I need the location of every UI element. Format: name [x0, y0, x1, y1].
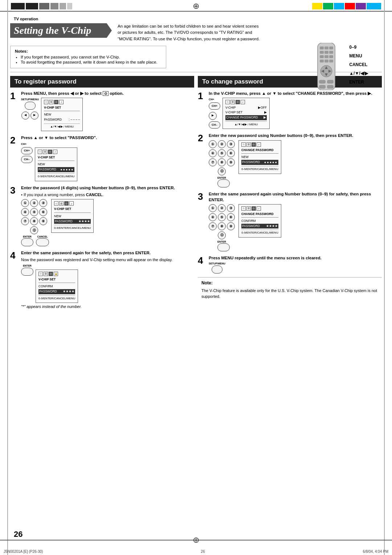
footer-right: 6/8/04, 4:04 PM — [363, 550, 388, 554]
footer-center: 26 — [201, 550, 205, 554]
number-buttons-step3: ① ② ③ ④ ⑤ ⑥ ⑦ ⑧ ⑨ ⓪ — [21, 199, 47, 234]
remote-label-menu: MENU — [349, 52, 368, 60]
register-step-3-illus: ① ② ③ ④ ⑤ ⑥ ⑦ ⑧ ⑨ ⓪ — [21, 199, 194, 246]
change-step-1: 1 In the V-CHIP menu, press ▲ or ▼ to se… — [198, 90, 382, 129]
register-step-1-illus: SETUP/MENU ◀ ▶ ☆ ☰ — [21, 98, 194, 131]
register-step-4-text: Enter the same password again for the sa… — [21, 250, 194, 256]
left-arrow-btn: ◀ — [21, 112, 29, 119]
register-step-3-number: 3 — [10, 186, 18, 195]
left-border — [7, 0, 8, 555]
register-step-1: 1 Press MENU, then press ◀ or ▶ to selec… — [10, 90, 194, 131]
remote-label-cancel: CANCEL — [349, 60, 368, 69]
change-step-2-number: 2 — [198, 133, 206, 143]
ch-buttons-step2: CH+ CH+ CH– — [21, 142, 33, 163]
title-section: Setting the V-Chip An age limitation can… — [10, 23, 382, 42]
number-buttons-step2c: ① ② ③ ④ ⑤ ⑥ ⑦ ⑧ ⑨ ⓪ — [209, 140, 235, 175]
notes-item-1: If you forget the password, you cannot s… — [21, 55, 162, 59]
enter-btn-change-step2 — [217, 179, 230, 187]
notes-title: Notes: — [15, 49, 162, 53]
enter-btn-change-step3 — [217, 243, 230, 251]
change-step-4: 4 Press MENU repeatedly until the menu s… — [198, 255, 382, 274]
screen-nav: ▲/▼/◀/▶ / MENU — [44, 123, 80, 129]
setup-menu-btn — [25, 102, 36, 110]
section-header-label: TV operation — [14, 17, 382, 21]
register-step-3-screen: ☆ ☰ ⊙ ♪ V-CHIP SET NEW PASSWORD★★★★ 0-9/… — [51, 199, 94, 233]
number-buttons-step3c: ① ② ③ ④ ⑤ ⑥ ⑦ ⑧ ⑨ ⓪ — [209, 204, 235, 239]
svg-rect-9 — [329, 55, 333, 58]
svg-rect-1 — [320, 46, 324, 49]
register-step-2-screen: ☆ ☰ ⊙ ♪ V-CHIP SET NEW PASSWORD●●●●● 0-9… — [35, 147, 77, 181]
svg-rect-12 — [329, 60, 333, 62]
register-step-2-number: 2 — [10, 135, 18, 145]
title-description: An age limitation can be set to forbid c… — [118, 23, 263, 42]
register-step-2-text: Press ▲ or ▼ to select "PASSWORD". — [21, 135, 194, 141]
asterisk-note: "*" appears instead of the number. — [21, 304, 194, 309]
register-step-4: 4 Enter the same password again for the … — [10, 250, 194, 309]
change-step-4-text: Press MENU repeatedly until the menu scr… — [209, 255, 382, 261]
register-section-header: To register password — [10, 76, 194, 88]
change-step-2-content: Enter the new password using Number butt… — [209, 133, 382, 187]
svg-rect-18 — [319, 80, 326, 84]
change-step-2: 2 Enter the new password using Number bu… — [198, 133, 382, 187]
register-step-1-text: Press MENU, then press ◀ or ▶ to select … — [21, 90, 194, 96]
top-black-bar — [11, 3, 72, 9]
svg-rect-3 — [329, 46, 333, 49]
svg-rect-8 — [324, 55, 328, 58]
screen-icons: ☆ ☰ ⊙ ♪ — [44, 100, 80, 104]
remote-label-enter: ENTER — [349, 78, 368, 86]
register-step-4-illus: ENTER ☆ ☰ ⊙ 🔒 V-CHIP SET CONFIRM — [21, 264, 194, 303]
note-title: Note: — [201, 280, 378, 285]
notes-list: If you forget the password, you cannot s… — [15, 55, 162, 64]
change-step-3: 3 Enter the same password again using Nu… — [198, 191, 382, 251]
enter-btn-step3 — [21, 238, 33, 246]
svg-rect-10 — [320, 60, 324, 62]
register-step-1-screen-title: V-CHIP SET — [44, 105, 80, 112]
change-step-1-content: In the V-CHIP menu, press ▲ or ▼ to sele… — [209, 90, 382, 129]
screen-row-new: NEW — [44, 112, 80, 117]
svg-rect-20 — [319, 85, 326, 89]
setup-menu-btn-step4 — [212, 266, 222, 274]
change-step-3-content: Enter the same password again using Numb… — [209, 191, 382, 251]
enter-btn-step4 — [21, 268, 33, 276]
top-crosshair: ⊕ — [193, 1, 199, 11]
bottom-crosshair: ⊕ — [193, 535, 199, 545]
register-step-4-content: Enter the same password again for the sa… — [21, 250, 194, 309]
right-arrow-btn: ▶ — [30, 112, 38, 119]
change-step-3-text: Enter the same password again using Numb… — [209, 191, 382, 203]
remote-label-arrows: ▲/▼/◀/▶ — [349, 69, 368, 78]
top-color-bar — [312, 3, 381, 9]
svg-rect-21 — [327, 85, 334, 89]
change-step-2-illus: ① ② ③ ④ ⑤ ⑥ ⑦ ⑧ ⑨ ⓪ — [209, 140, 382, 187]
svg-rect-7 — [320, 55, 324, 58]
register-step-2-illus: CH+ CH+ CH– ☆ ☰ ⊙ ♪ V-CHIP SET — [21, 142, 194, 181]
change-step-4-illus: SETUP/MENU — [209, 262, 382, 274]
change-step-3-number: 3 — [198, 192, 206, 201]
ch-minus-btn: CH– — [21, 156, 33, 163]
change-step-1-illus: CH+ CH+ ▶ CH– ☆ ☰ ⊙ ♪ — [209, 98, 382, 129]
remote-svg — [315, 43, 338, 90]
right-btn-step1: ▶ — [209, 112, 217, 120]
change-step-2-text: Enter the new password using Number butt… — [209, 133, 382, 138]
right-border — [384, 0, 385, 555]
page-title: Setting the V-Chip — [10, 23, 112, 38]
register-step-3-subtext: • If you input a wrong number, press CAN… — [21, 192, 194, 198]
change-step-4-number: 4 — [198, 256, 206, 265]
change-step-1-number: 1 — [198, 91, 206, 101]
change-step-4-content: Press MENU repeatedly until the menu scr… — [209, 255, 382, 274]
register-step-1-screen: ☆ ☰ ⊙ ♪ V-CHIP SET NEW PASSWORD: – – – – — [41, 98, 83, 131]
note-text: The V-Chip feature is available only for… — [201, 288, 378, 300]
notes-item-2: To avoid forgetting the password, write … — [21, 60, 162, 64]
register-step-3-text: Enter the password (4 digits) using Numb… — [21, 185, 194, 191]
register-step-3: 3 Enter the password (4 digits) using Nu… — [10, 185, 194, 246]
register-step-1-content: Press MENU, then press ◀ or ▶ to select … — [21, 90, 194, 131]
svg-rect-5 — [324, 51, 328, 54]
svg-rect-6 — [329, 51, 333, 54]
svg-rect-2 — [324, 46, 328, 49]
change-section-note: Note: The V-Chip feature is available on… — [198, 277, 382, 303]
change-step-3-illus: ① ② ③ ④ ⑤ ⑥ ⑦ ⑧ ⑨ ⓪ — [209, 204, 382, 251]
screen-row-password: PASSWORD: – – – – — [44, 117, 80, 122]
change-step-2-screen: ☆ ☰ ⊙ ♪ CHANGE PASSWORD NEW PASSWORD●●●●… — [238, 140, 281, 174]
change-step-1-screen: ☆ ☰ ⊙ ♪ V-CHIP▶OFF V-CHIP SET▶ CHANGE PA… — [222, 98, 270, 129]
ch-plus-btn: CH+ — [21, 147, 33, 154]
notes-box: Notes: If you forget the password, you c… — [10, 46, 166, 68]
